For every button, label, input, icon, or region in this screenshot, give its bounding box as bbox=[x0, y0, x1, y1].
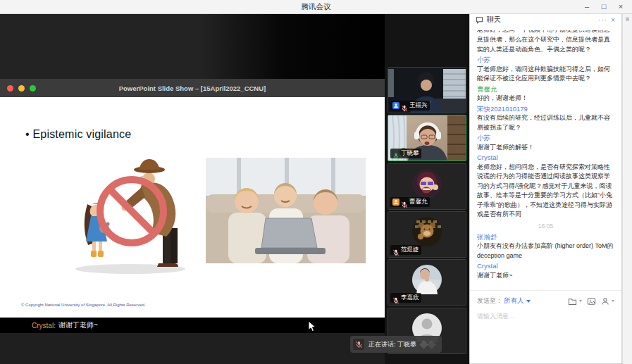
watermark-shape bbox=[427, 340, 436, 349]
chat-time-divider: 16:05 bbox=[477, 222, 614, 231]
chat-message-text: 老师您好，想问问您，是否有研究探索对策略性说谎的行为的习得能否通过阅读故事这类观… bbox=[477, 163, 614, 220]
participant-name-badge: 范煜婕 bbox=[390, 245, 421, 255]
participant-name: 曹馨允 bbox=[409, 198, 428, 206]
participant-name-badge: 丁晓攀 bbox=[390, 149, 421, 158]
participants-sidebar: 王福兴 丁晓攀 bbox=[385, 14, 469, 364]
chat-header: 聊天 ··· × bbox=[470, 12, 621, 27]
participant-tile-caoxinyun[interactable]: 曹馨允 bbox=[388, 163, 466, 210]
contact-icon[interactable] bbox=[601, 297, 614, 306]
chat-message-list[interactable]: 老师好，想问一下视频中给小朋友提供错误信息的信 息提供者，那么在这个研究中，信息… bbox=[470, 27, 621, 290]
window-titlebar: 腾讯会议 – □ × bbox=[0, 0, 632, 14]
image-icon[interactable] bbox=[587, 297, 596, 306]
participant-tile-lijiaxin[interactable]: 李嘉欣 bbox=[388, 259, 466, 306]
ppt-slide: • Epistemic vigilance bbox=[0, 97, 385, 318]
close-button[interactable]: × bbox=[612, 0, 629, 13]
participant-name: 丁晓攀 bbox=[401, 149, 419, 158]
slide-bullet-text: • Epistemic vigilance bbox=[25, 128, 131, 141]
chat-message-text: 丁老师您好，请问这种欺骗技能习得之后，如何能保证不被泛化应用到更多情景中去呢？ bbox=[477, 65, 614, 84]
chat-sender-name: 小苏 bbox=[477, 55, 614, 65]
mouse-cursor bbox=[308, 320, 317, 332]
window-controls: – □ × bbox=[578, 0, 629, 13]
role-badge-icon bbox=[392, 199, 399, 206]
mac-minimize-traffic-light bbox=[18, 85, 25, 92]
ppt-window-title: PowerPoint Slide Show – [15April2022_CCN… bbox=[0, 84, 385, 92]
mic-active-icon bbox=[392, 150, 399, 157]
side-panel-strip: ≡ bbox=[622, 11, 632, 364]
participant-name-badge: 曹馨允 bbox=[390, 197, 430, 207]
chat-message-input[interactable] bbox=[477, 313, 614, 320]
chat-sender-name: Crystal bbox=[477, 261, 614, 271]
clipped-message-line: 老师好，想问一下视频中给小朋友提供错误信息的信 bbox=[477, 30, 614, 35]
ppt-window-titlebar: PowerPoint Slide Show – [15April2022_CCN… bbox=[0, 79, 385, 97]
speaking-indicator-text: 正在讲话: 丁晓攀 bbox=[368, 340, 416, 349]
participant-tile-dingxiaopan[interactable]: 丁晓攀 bbox=[388, 115, 466, 161]
participant-name: 王福兴 bbox=[409, 101, 428, 110]
chat-close-button[interactable]: × bbox=[611, 16, 616, 24]
hamburger-menu-icon[interactable]: ≡ bbox=[626, 15, 629, 23]
mac-close-traffic-light bbox=[7, 85, 13, 92]
chat-sender-name: 宋快2021010179 bbox=[477, 104, 614, 114]
chat-message-text: 谢谢丁老师的解答！ bbox=[477, 143, 614, 153]
chat-bubble-icon bbox=[476, 16, 483, 24]
send-to-label: 发送至： bbox=[477, 296, 502, 306]
caption-text: 谢谢丁老师~ bbox=[58, 320, 98, 330]
chat-title: 聊天 bbox=[487, 15, 501, 25]
minimize-button[interactable]: – bbox=[578, 0, 595, 13]
mic-muted-icon bbox=[392, 246, 399, 253]
maximize-button[interactable]: □ bbox=[595, 0, 612, 13]
slide-copyright: © Copyright National University of Singa… bbox=[21, 303, 146, 307]
caption-sender: Crystal: bbox=[32, 322, 56, 330]
chat-message-text: 有没有后续的研究，经过训练以后，儿童就不容易被拐走了呢？ bbox=[477, 113, 614, 132]
mic-muted-icon bbox=[401, 199, 408, 206]
window-title: 腾讯会议 bbox=[302, 2, 331, 12]
folder-icon[interactable] bbox=[568, 297, 582, 306]
chat-caption-overlay: Crystal: 谢谢丁老师~ bbox=[0, 318, 385, 333]
chat-message-text: 息提供者，那么在这个研究中，信息提供者是真实的人类还是动画角色、手偶之类的呢？ bbox=[477, 35, 614, 54]
speaking-indicator-toast: 正在讲话: 丁晓攀 bbox=[350, 336, 442, 353]
chevron-down-icon bbox=[579, 300, 582, 302]
participant-name: 李嘉欣 bbox=[401, 294, 419, 302]
participant-name-badge: 李嘉欣 bbox=[390, 293, 421, 303]
mic-muted-icon bbox=[401, 102, 408, 109]
chat-message-text: 小朋友有没有办法参加高阶 (higher order) ToM的deceptio… bbox=[477, 241, 614, 261]
chat-message-text: 谢谢丁老师~ bbox=[477, 271, 614, 281]
role-badge-icon bbox=[392, 102, 399, 109]
chat-sender-name: 小苏 bbox=[477, 133, 614, 143]
stranger-danger-illustration bbox=[60, 148, 201, 276]
chat-sender-name: Crystal bbox=[477, 153, 614, 163]
chat-sender-name: 张瀚舒 bbox=[477, 232, 614, 242]
chat-sender-name: 曹馨允 bbox=[477, 84, 614, 94]
chevron-down-icon bbox=[526, 300, 531, 303]
mic-muted-icon bbox=[392, 294, 399, 301]
mac-zoom-traffic-light bbox=[30, 85, 36, 92]
participant-tile-wangfuxing[interactable]: 王福兴 bbox=[388, 67, 466, 113]
chat-more-button[interactable]: ··· bbox=[598, 16, 607, 24]
shared-desktop-background bbox=[0, 14, 385, 79]
children-laptop-photo bbox=[206, 158, 366, 263]
chevron-down-icon bbox=[612, 300, 614, 302]
mic-muted-icon bbox=[353, 339, 364, 350]
participant-name: 范煜婕 bbox=[401, 246, 419, 254]
chat-panel: 聊天 ··· × 老师好，想问一下视频中给小朋友提供错误信息的信 息提供者，那么… bbox=[469, 11, 622, 364]
send-to-selector[interactable]: 所有人 bbox=[504, 296, 531, 306]
participant-name-badge: 王福兴 bbox=[390, 101, 430, 111]
chat-footer: 发送至： 所有人 bbox=[470, 290, 621, 363]
chat-message-text: 好的，谢谢老师！ bbox=[477, 94, 614, 103]
participant-tile-fanyujie[interactable]: 范煜婕 bbox=[388, 211, 466, 258]
screen-share-stage: PowerPoint Slide Show – [15April2022_CCN… bbox=[0, 14, 385, 364]
